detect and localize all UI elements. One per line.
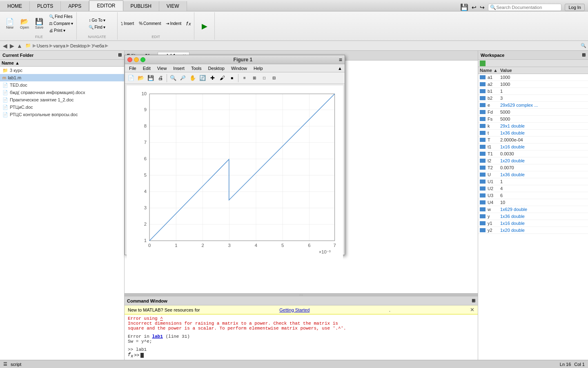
notice-close-button[interactable]: ✕: [470, 307, 474, 313]
ws-var-b1[interactable]: b1 1: [478, 88, 588, 95]
nav-back[interactable]: ◀: [2, 43, 9, 49]
tab-home[interactable]: HOME: [0, 1, 30, 11]
insert-button[interactable]: ⤵ Insert: [119, 20, 136, 27]
fig-menu-insert[interactable]: Insert: [172, 66, 186, 71]
fig-tool-legend[interactable]: ≡: [240, 74, 249, 83]
ws-var-w[interactable]: w 1x629 double: [478, 206, 588, 213]
tab-apps[interactable]: APPS: [61, 1, 89, 11]
run-button[interactable]: ▶: [198, 21, 211, 31]
nav-vanya[interactable]: vanya: [53, 43, 65, 48]
fig-tool-zoom-in[interactable]: 🔍: [169, 74, 178, 83]
fig-tool-zoom-out[interactable]: 🔎: [178, 74, 187, 83]
comment-button[interactable]: % Comment: [137, 20, 163, 27]
ws-var-Fd[interactable]: Fd 5000: [478, 109, 588, 116]
ws-var-t[interactable]: t 1x36 double: [478, 130, 588, 137]
ws-var-a2[interactable]: a2 1000: [478, 81, 588, 88]
ws-var-y[interactable]: y 1x36 double: [478, 213, 588, 220]
fig-tool-brush[interactable]: 🖌: [218, 74, 227, 83]
ws-var-a2-name: a2: [488, 82, 492, 87]
save-button[interactable]: 💾 Save: [33, 17, 46, 30]
search-box[interactable]: 🔍: [488, 4, 561, 11]
ws-var-k[interactable]: k 29x1 double: [478, 123, 588, 130]
search-input[interactable]: [496, 5, 553, 10]
status-col: Col 1: [574, 362, 585, 367]
undo-icon[interactable]: ↩: [472, 4, 477, 11]
ws-var-U3[interactable]: U3 6: [478, 192, 588, 199]
nav-users[interactable]: Users: [37, 43, 49, 48]
fig-tool-new[interactable]: 📄: [127, 74, 136, 83]
indent-button[interactable]: ⇥ Indent: [164, 20, 183, 27]
fig-menu-help[interactable]: Help: [252, 66, 265, 71]
log-in-button[interactable]: Log In: [565, 4, 585, 11]
ws-var-U4[interactable]: U4 10: [478, 199, 588, 206]
fig-tool-grid[interactable]: ⊞: [250, 74, 259, 83]
figure-close-button[interactable]: [127, 57, 132, 62]
file-section-label: FILE: [3, 35, 75, 39]
cmd-lab1-link[interactable]: lab1: [152, 334, 163, 339]
tab-editor[interactable]: EDITOR: [89, 0, 123, 11]
file-item-rtcs[interactable]: 📄 РТЦС контрольные вопросы.doc: [0, 111, 124, 118]
fig-tool-open[interactable]: 📂: [136, 74, 145, 83]
fig-menu-expand[interactable]: ▲: [338, 66, 342, 71]
go-to-button[interactable]: ↕ Go To ▾: [87, 17, 107, 23]
file-item-3kurs[interactable]: 📁 3 курс: [0, 67, 124, 74]
tab-publish[interactable]: PUBLISH: [123, 1, 159, 11]
file-item-bjd[interactable]: 📄 бжд( справочная информация).docx: [0, 89, 124, 96]
ws-var-U1[interactable]: U1 1: [478, 178, 588, 185]
fig-menu-tools[interactable]: Tools: [189, 66, 203, 71]
ws-var-T1[interactable]: T1 0.0030: [478, 150, 588, 157]
fig-menu-edit[interactable]: Edit: [141, 66, 152, 71]
print-button[interactable]: 🖨 Print ▾: [47, 27, 75, 34]
ws-var-T[interactable]: T 2.0000e-04: [478, 137, 588, 144]
fig-tool-plottools[interactable]: ⊟: [270, 74, 278, 83]
fig-tool-colorbar[interactable]: ■: [227, 74, 236, 83]
ws-var-y2-value: 1x20 double: [500, 228, 586, 233]
nav-ucheба[interactable]: Учеба: [91, 43, 104, 48]
command-expand-icon[interactable]: ⊞: [472, 298, 475, 303]
open-button[interactable]: 📂 Open: [18, 17, 31, 30]
figure-menu-more[interactable]: ≡: [339, 56, 342, 63]
ws-var-Fs[interactable]: Fs 5000: [478, 116, 588, 123]
fig-tool-axes[interactable]: □: [260, 74, 269, 83]
fig-menu-window[interactable]: Window: [229, 66, 249, 71]
compare-button[interactable]: ⚖ Compare ▾: [47, 20, 75, 27]
ws-var-b2[interactable]: b2 3: [478, 95, 588, 102]
save-icon[interactable]: 💾: [460, 3, 468, 11]
file-item-ted[interactable]: 📄 TED.doc: [0, 81, 124, 89]
fig-tool-rotate[interactable]: 🔄: [198, 74, 207, 83]
find-button[interactable]: 🔍 Find ▾: [87, 24, 107, 30]
ws-var-T2[interactable]: T2 0.0070: [478, 164, 588, 171]
fig-tool-save[interactable]: 💾: [146, 74, 155, 83]
folder-collapse-icon[interactable]: ⊞: [118, 52, 122, 58]
ws-var-y2[interactable]: y2 1x20 double: [478, 227, 588, 234]
ws-var-U2[interactable]: U2 4: [478, 185, 588, 192]
tab-plots[interactable]: PLOTS: [30, 1, 61, 11]
ws-var-t2[interactable]: t2 1x20 double: [478, 157, 588, 164]
ws-var-y1[interactable]: y1 1x16 double: [478, 220, 588, 227]
fig-menu-file[interactable]: File: [127, 66, 138, 71]
fig-tool-datacursor[interactable]: ✚: [208, 74, 217, 83]
redo-icon[interactable]: ↪: [480, 4, 485, 11]
file-item-rtcis[interactable]: 📄 РТЦиС.doc: [0, 103, 124, 111]
nav-forward[interactable]: ▶: [9, 43, 16, 49]
fig-tool-print[interactable]: 🖨: [156, 74, 165, 83]
file-item-pract[interactable]: 📄 Практическое занятие 1_2.doc: [0, 96, 124, 103]
ws-var-U[interactable]: U 1x36 double: [478, 171, 588, 178]
workspace-expand-icon[interactable]: ⊞: [582, 52, 586, 58]
figure-maximize-button[interactable]: [140, 57, 145, 62]
find-files-button[interactable]: 🔍 Find Files: [47, 13, 75, 20]
ws-var-e[interactable]: e 29x629 complex ...: [478, 102, 588, 109]
figure-minimize-button[interactable]: [134, 57, 139, 62]
getting-started-link[interactable]: Getting Started: [279, 307, 310, 312]
new-button[interactable]: 📄 New: [3, 17, 16, 30]
ws-var-a1[interactable]: a1 1000: [478, 74, 588, 81]
tab-view[interactable]: VIEW: [159, 1, 187, 11]
nav-up[interactable]: ▲: [16, 43, 24, 49]
fx-button[interactable]: fx: [185, 20, 192, 27]
fig-menu-view[interactable]: View: [156, 66, 169, 71]
fig-tool-pan[interactable]: ✋: [188, 74, 197, 83]
nav-desktop[interactable]: Desktop: [70, 43, 87, 48]
fig-menu-desktop[interactable]: Desktop: [207, 66, 226, 71]
ws-var-t1[interactable]: t1 1x16 double: [478, 144, 588, 150]
file-item-lab1m[interactable]: m lab1.m: [0, 74, 124, 81]
